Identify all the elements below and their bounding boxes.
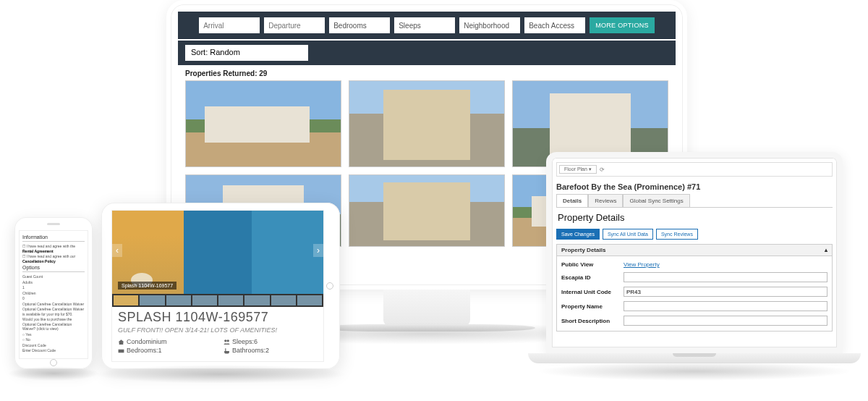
action-buttons: Save Changes Sync All Unit Data Sync Rev… [556,229,833,240]
monitor-stand [383,290,470,326]
svg-point-0 [224,339,226,342]
property-details-panel: Property Details ▴ Public View View Prop… [556,244,833,332]
field-escapia-id: Escapia ID [561,270,827,284]
panel-body: Public View View Property Escapia ID Int… [557,256,832,331]
listing-body: SPLASH 1104W-169577 GULF FRONT!! OPEN 3/… [112,307,323,358]
listing-title: SPLASH 1104W-169577 [118,310,318,325]
admin-screen: Floor Plan ▾ ⟳ Barefoot By the Sea (Prom… [546,152,843,353]
section-heading: Property Details [556,207,833,229]
tab-global-sync[interactable]: Global Sync Settings [623,194,689,207]
sort-bar: Sort: Random [178,41,676,65]
section-header: Information [22,235,85,242]
bedrooms-select[interactable]: Bedrooms [329,17,390,33]
waiver-body: Optional Carefree Cancellation Waiver is… [22,307,85,316]
property-name-input[interactable] [624,301,827,311]
field-internal-code: Internal Unit Code [561,284,827,299]
panel-header[interactable]: Property Details ▴ [557,245,832,256]
waiver-no[interactable]: ○ No [22,337,85,342]
laptop-device: Floor Plan ▾ ⟳ Barefoot By the Sea (Prom… [528,152,861,363]
meta-type: Condominium [118,338,212,345]
thumbnail[interactable] [244,295,269,305]
gallery-thumbnails [112,294,323,307]
gallery-prev-button[interactable]: ‹ [112,244,122,257]
field-label: Internal Unit Code [561,289,624,295]
field-short-desc: Short Description [561,313,827,328]
hero-caption: Splash 1104W-169577 [118,282,176,290]
section-header: Options [22,265,85,272]
neighborhood-select[interactable]: Neighborhood [459,17,520,33]
listing-subtitle: GULF FRONT!! OPEN 3/14-21! LOTS OF AMENI… [118,326,318,334]
property-title: Barefoot By the Sea (Prominence) #71 [556,181,833,194]
tab-details[interactable]: Details [556,194,588,207]
field-label: Escapia ID [561,274,624,281]
shadow [94,365,347,384]
waiver-question: Would you like to purchase the Optional … [22,317,85,332]
view-property-link[interactable]: View Property [624,261,660,268]
thumbnail[interactable] [114,295,138,305]
listing-hero-image[interactable]: ‹ › Splash 1104W-169577 [112,211,323,294]
escapia-id-input[interactable] [624,272,827,282]
field-label: Short Description [561,318,624,324]
thumbnail[interactable] [297,295,322,305]
guest-count-label: Guest Count [22,274,85,279]
beach-access-select[interactable]: Beach Access [524,17,585,33]
thumbnail[interactable] [218,295,243,305]
children-value[interactable]: 0 [22,296,85,301]
children-label: Children [22,291,85,296]
home-icon [118,339,124,345]
property-card[interactable] [349,174,505,247]
waiver-header: Optional Carefree Cancellation Waiver [22,302,85,307]
bath-icon [224,347,230,354]
phone-device: Information ☐ I have read and agree with… [14,217,93,369]
thumbnail[interactable] [192,295,217,305]
breadcrumb-tab[interactable]: Floor Plan ▾ [559,165,597,174]
meta-sleeps: Sleeps:6 [224,338,318,345]
admin-tabs: Details Reviews Global Sync Settings [556,194,833,207]
collapse-icon[interactable]: ▴ [825,247,827,253]
adults-value[interactable]: 1 [22,285,85,290]
refresh-icon[interactable]: ⟳ [600,166,605,173]
property-card[interactable] [349,80,505,167]
shadow [7,366,100,381]
admin-content: Floor Plan ▾ ⟳ Barefoot By the Sea (Prom… [556,162,833,332]
results-count: Properties Returned: 29 [178,65,676,80]
sync-reviews-button[interactable]: Sync Reviews [656,229,698,240]
sync-unit-button[interactable]: Sync All Unit Data [603,229,653,240]
people-icon [224,339,230,345]
field-property-name: Property Name [561,299,827,313]
adults-label: Adults [22,280,85,285]
svg-point-1 [227,339,229,342]
admin-topbar: Floor Plan ▾ ⟳ [556,162,833,177]
search-filter-bar: Bedrooms Sleeps Neighborhood Beach Acces… [178,12,676,39]
sort-select[interactable]: Sort: Random [185,45,308,61]
discount-header: Discount Code [22,343,85,348]
tab-reviews[interactable]: Reviews [588,194,623,207]
field-label: Public View [561,261,624,268]
meta-bathrooms: Bathrooms:2 [224,347,318,354]
listing-meta: Condominium Sleeps:6 Bedrooms:1 Bathroom… [118,338,318,354]
sleeps-select[interactable]: Sleeps [394,17,455,33]
field-label: Property Name [561,303,624,310]
shadow [535,362,854,381]
save-changes-button[interactable]: Save Changes [556,229,600,240]
internal-code-input[interactable] [624,287,827,297]
booking-form-screen: Information ☐ I have read and agree with… [19,230,88,359]
more-options-button[interactable]: MORE OPTIONS [590,17,655,33]
discount-input[interactable]: Enter Discount Code [22,348,85,353]
gallery-next-button[interactable]: › [313,244,323,257]
arrival-input[interactable] [199,17,260,33]
field-public-view: Public View View Property [561,259,827,270]
meta-bedrooms: Bedrooms:1 [118,347,212,354]
short-desc-input[interactable] [624,316,827,326]
waiver-yes[interactable]: ○ Yes [22,332,85,337]
property-card[interactable] [185,80,341,167]
thumbnail[interactable] [271,295,296,305]
tablet-device: ‹ › Splash 1104W-169577 SPLASH 1104W-169… [101,203,340,369]
listing-detail-screen: ‹ › Splash 1104W-169577 SPLASH 1104W-169… [111,210,324,362]
thumbnail[interactable] [140,295,164,305]
thumbnail[interactable] [166,295,191,305]
cancellation-row[interactable]: ☐ I have read and agree with our Cancell… [22,254,85,263]
agreement-row[interactable]: ☐ I have read and agree with the Rental … [22,244,85,253]
bed-icon [118,347,124,354]
departure-input[interactable] [264,17,325,33]
